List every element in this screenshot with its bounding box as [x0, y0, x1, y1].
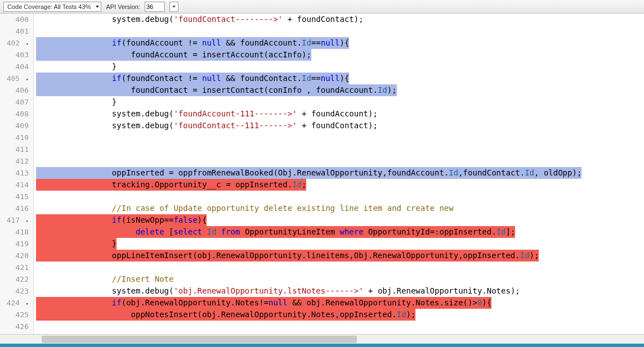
- code-line[interactable]: [34, 25, 644, 37]
- line-number: 424 ▾: [0, 297, 29, 309]
- code-line[interactable]: system.debug('foundContact-------->' + f…: [34, 13, 644, 25]
- line-number: 414: [0, 179, 29, 191]
- code-line[interactable]: //In case of Update opportunity delete e…: [34, 202, 644, 214]
- code-line[interactable]: if(foundAccount != null && foundAccount.…: [34, 37, 644, 49]
- code-editor: 400 401 402 ▾403 404 405 ▾406 407 408 40…: [0, 13, 644, 334]
- line-number: 422: [0, 273, 29, 285]
- code-line[interactable]: //Insert Note: [34, 273, 644, 285]
- line-number: 415: [0, 191, 29, 202]
- code-line[interactable]: system.debug('foundContact--111------>' …: [34, 120, 644, 132]
- line-number: 409: [0, 120, 29, 132]
- code-line[interactable]: }: [34, 96, 644, 108]
- line-number: 418: [0, 226, 29, 238]
- code-line[interactable]: [34, 262, 644, 273]
- code-line[interactable]: [34, 321, 644, 332]
- code-line[interactable]: system.debug('foundAccount-111------->' …: [34, 108, 644, 120]
- footer-bar: [0, 344, 644, 347]
- api-version-label: API Version:: [106, 3, 140, 10]
- line-number: 411: [0, 143, 29, 155]
- api-version-input[interactable]: [145, 2, 165, 12]
- line-number: 400: [0, 13, 29, 25]
- line-number: 423: [0, 285, 29, 297]
- code-line[interactable]: oppNotesInsert(obj.RenewalOpportunity.No…: [34, 309, 644, 321]
- line-number: 406: [0, 84, 29, 96]
- line-number: 408: [0, 108, 29, 120]
- line-number: 421: [0, 262, 29, 273]
- code-coverage-dropdown[interactable]: Code Coverage: All Tests 43%: [3, 2, 101, 12]
- toolbar: Code Coverage: All Tests 43% API Version…: [0, 0, 644, 13]
- line-number: 401: [0, 25, 29, 37]
- line-number: 426: [0, 321, 29, 332]
- code-line[interactable]: if(isNewOpp==false){: [34, 214, 644, 226]
- code-line[interactable]: [34, 143, 644, 155]
- code-line[interactable]: }: [34, 238, 644, 250]
- scroll-thumb[interactable]: [42, 336, 357, 343]
- line-number: 407: [0, 96, 29, 108]
- api-version-dropdown[interactable]: [169, 2, 178, 12]
- code-line[interactable]: tracking.Opportunity__c = oppInserted.Id…: [34, 179, 644, 191]
- line-number: 405 ▾: [0, 73, 29, 84]
- horizontal-scrollbar[interactable]: [0, 334, 644, 344]
- code-line[interactable]: [34, 132, 644, 143]
- line-gutter: 400 401 402 ▾403 404 405 ▾406 407 408 40…: [0, 13, 34, 334]
- line-number: 420: [0, 250, 29, 262]
- code-line[interactable]: if(obj.RenewalOpportunity.Notes!=null &&…: [34, 297, 644, 309]
- code-line[interactable]: system.debug('obj.RenewalOpportunity.lst…: [34, 285, 644, 297]
- line-number: 416: [0, 202, 29, 214]
- code-line[interactable]: }: [34, 61, 644, 73]
- code-line[interactable]: oppInserted = oppfromRenewalBooked(Obj.R…: [34, 167, 644, 179]
- code-line[interactable]: if(foundContact != null && foundContact.…: [34, 73, 644, 84]
- code-line[interactable]: oppLineItemInsert(obj.RenewalOpportunity…: [34, 250, 644, 262]
- line-number: 413: [0, 167, 29, 179]
- line-number: 402 ▾: [0, 37, 29, 49]
- line-number: 404: [0, 61, 29, 73]
- code-line[interactable]: delete [select Id from OpportunityLineIt…: [34, 226, 644, 238]
- code-area[interactable]: system.debug('foundContact-------->' + f…: [34, 13, 644, 334]
- line-number: 412: [0, 155, 29, 167]
- line-number: 425: [0, 309, 29, 321]
- line-number: 410: [0, 132, 29, 143]
- line-number: 403: [0, 49, 29, 61]
- code-line[interactable]: foundAccount = insertAccount(accInfo);: [34, 49, 644, 61]
- line-number: 419: [0, 238, 29, 250]
- code-line[interactable]: [34, 191, 644, 202]
- code-line[interactable]: foundContact = insertContact(conInfo , f…: [34, 84, 644, 96]
- line-number: 417 ▾: [0, 214, 29, 226]
- code-line[interactable]: [34, 155, 644, 167]
